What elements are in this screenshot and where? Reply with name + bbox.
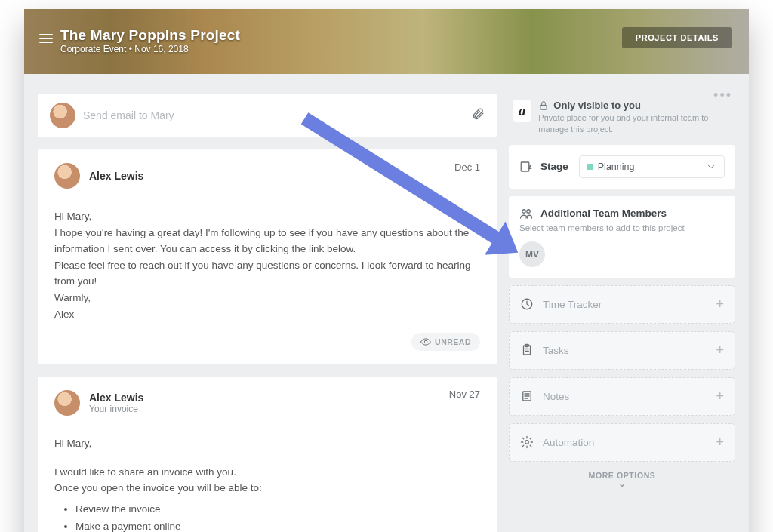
attach-icon[interactable] (471, 107, 485, 125)
project-header: The Mary Poppins Project Corporate Event… (24, 9, 749, 74)
title-block: The Mary Poppins Project Corporate Event… (60, 27, 240, 54)
avatar (54, 163, 80, 189)
svg-point-3 (522, 210, 526, 214)
signoff: Warmly, (54, 290, 480, 306)
avatar (54, 390, 80, 416)
body: Alex Lewis Dec 1 Hi Mary, I hope you're … (24, 74, 749, 532)
plus-icon: + (716, 435, 724, 451)
project-subtitle: Corporate Event • Nov 16, 2018 (60, 44, 240, 54)
stage-color-icon (587, 164, 593, 170)
automation-module[interactable]: Automation + (509, 423, 735, 462)
svg-rect-2 (521, 162, 529, 171)
right-sidebar: ••• a Only visible to you Private place … (509, 94, 735, 492)
notes-icon (520, 389, 534, 403)
svg-point-4 (527, 210, 531, 214)
more-options[interactable]: MORE OPTIONS ⌄ (509, 469, 735, 492)
plus-icon: + (716, 343, 724, 358)
time-tracker-module[interactable]: Time Tracker + (509, 285, 735, 324)
lock-icon (538, 100, 549, 111)
team-panel: Additional Team Members Select team memb… (509, 196, 735, 278)
body-line: Please feel free to reach out if you hav… (54, 257, 480, 290)
plus-icon: + (716, 297, 724, 312)
clipboard-icon (520, 343, 534, 357)
list-item: Make a payment online (75, 518, 480, 532)
sender-name: Alex Lewis (89, 392, 143, 404)
workspace-logo: a (513, 100, 531, 122)
message-date: Dec 1 (454, 161, 480, 173)
compose-input[interactable] (83, 109, 463, 121)
unread-label: UNREAD (435, 337, 471, 346)
avatar (50, 103, 75, 128)
eye-icon (420, 337, 431, 347)
message-card[interactable]: Alex Lewis Your invoice Nov 27 Hi Mary, … (38, 377, 497, 532)
sender-name: Alex Lewis (89, 170, 143, 182)
visibility-box: a Only visible to you Private place for … (509, 94, 735, 145)
project-shell: The Mary Poppins Project Corporate Event… (24, 9, 749, 532)
compose-email[interactable] (38, 94, 497, 137)
body-line: I hope you're having a great day! I'm fo… (54, 225, 480, 257)
message-body: Hi Mary, I would like to share an invoic… (54, 435, 480, 532)
signoff: Alex (54, 306, 480, 323)
project-title: The Mary Poppins Project (60, 27, 240, 44)
module-label: Time Tracker (543, 299, 707, 310)
stage-panel: Stage Planning (509, 145, 735, 189)
module-label: Notes (543, 391, 707, 402)
team-member-avatar[interactable]: MV (519, 241, 545, 267)
plus-icon: + (716, 389, 724, 404)
greeting: Hi Mary, (54, 208, 480, 225)
chevron-down-icon: ⌄ (509, 478, 735, 489)
unread-badge[interactable]: UNREAD (411, 333, 480, 351)
gear-icon (520, 435, 534, 449)
visibility-title-text: Only visible to you (553, 100, 641, 111)
svg-rect-1 (540, 105, 547, 109)
stage-icon (519, 160, 533, 174)
more-menu-icon[interactable]: ••• (713, 88, 732, 103)
module-label: Tasks (543, 345, 707, 356)
stage-select[interactable]: Planning (579, 155, 725, 178)
message-date: Nov 27 (449, 389, 480, 400)
message-card[interactable]: Alex Lewis Dec 1 Hi Mary, I hope you're … (38, 149, 497, 364)
menu-icon[interactable] (39, 32, 53, 45)
module-label: Automation (543, 437, 707, 448)
body-line: Once you open the invoice you will be ab… (54, 480, 480, 497)
visibility-title: Only visible to you (538, 100, 731, 111)
message-body: Hi Mary, I hope you're having a great da… (54, 208, 480, 322)
team-title: Additional Team Members (540, 208, 667, 219)
message-subject: Your invoice (89, 404, 143, 414)
team-desc: Select team members to add to this proje… (519, 223, 725, 232)
clock-icon (520, 297, 534, 311)
notes-module[interactable]: Notes + (509, 377, 735, 416)
tasks-module[interactable]: Tasks + (509, 331, 735, 370)
visibility-desc: Private place for you and your internal … (538, 112, 731, 136)
stage-label: Stage (540, 161, 568, 172)
team-icon (519, 207, 533, 220)
greeting: Hi Mary, (54, 435, 480, 452)
svg-point-0 (424, 340, 427, 343)
stage-value: Planning (598, 161, 635, 172)
project-details-button[interactable]: PROJECT DETAILS (622, 27, 732, 48)
chevron-down-icon (706, 161, 716, 172)
left-column: Alex Lewis Dec 1 Hi Mary, I hope you're … (38, 94, 497, 532)
svg-point-9 (525, 441, 529, 444)
list-item: Review the invoice (75, 501, 480, 518)
body-line: I would like to share an invoice with yo… (54, 464, 480, 481)
